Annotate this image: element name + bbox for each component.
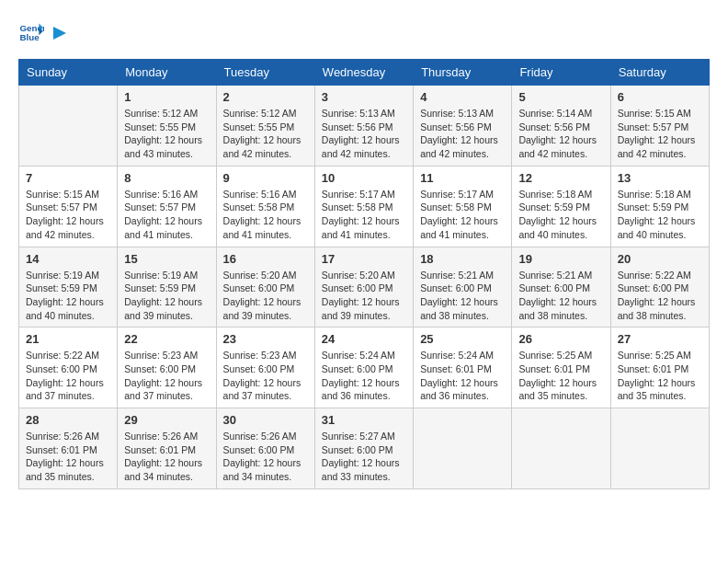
day-info: Sunrise: 5:12 AM Sunset: 5:55 PM Dayligh… [223, 107, 308, 161]
calendar-cell: 22Sunrise: 5:23 AM Sunset: 6:00 PM Dayli… [118, 327, 216, 408]
header-day-tuesday: Tuesday [216, 60, 314, 86]
svg-text:Blue: Blue [19, 32, 40, 42]
day-info: Sunrise: 5:18 AM Sunset: 5:59 PM Dayligh… [618, 188, 702, 242]
calendar-cell: 21Sunrise: 5:22 AM Sunset: 6:00 PM Dayli… [19, 327, 118, 408]
day-info: Sunrise: 5:14 AM Sunset: 5:56 PM Dayligh… [518, 107, 603, 161]
day-info: Sunrise: 5:25 AM Sunset: 6:01 PM Dayligh… [618, 349, 702, 403]
calendar-cell: 31Sunrise: 5:27 AM Sunset: 6:00 PM Dayli… [314, 408, 413, 489]
calendar-cell: 28Sunrise: 5:26 AM Sunset: 6:01 PM Dayli… [19, 408, 118, 489]
calendar-cell: 12Sunrise: 5:18 AM Sunset: 5:59 PM Dayli… [512, 166, 610, 247]
day-number: 18 [420, 252, 505, 266]
week-row-1: 1Sunrise: 5:12 AM Sunset: 5:55 PM Daylig… [19, 86, 710, 167]
calendar-header: SundayMondayTuesdayWednesdayThursdayFrid… [19, 60, 710, 86]
day-number: 4 [420, 90, 505, 104]
calendar-cell: 16Sunrise: 5:20 AM Sunset: 6:00 PM Dayli… [216, 247, 314, 327]
calendar-cell: 10Sunrise: 5:17 AM Sunset: 5:58 PM Dayli… [314, 166, 413, 247]
day-number: 6 [618, 90, 702, 104]
day-info: Sunrise: 5:15 AM Sunset: 5:57 PM Dayligh… [618, 107, 702, 161]
day-number: 12 [518, 171, 603, 185]
calendar-cell: 3Sunrise: 5:13 AM Sunset: 5:56 PM Daylig… [314, 86, 413, 167]
page-header: General Blue [18, 18, 710, 44]
calendar-cell: 6Sunrise: 5:15 AM Sunset: 5:57 PM Daylig… [610, 86, 709, 167]
day-info: Sunrise: 5:20 AM Sunset: 6:00 PM Dayligh… [322, 269, 406, 323]
day-number: 24 [322, 332, 406, 346]
week-row-3: 14Sunrise: 5:19 AM Sunset: 5:59 PM Dayli… [19, 247, 710, 327]
day-info: Sunrise: 5:13 AM Sunset: 5:56 PM Dayligh… [322, 107, 406, 161]
calendar-cell: 20Sunrise: 5:22 AM Sunset: 6:00 PM Dayli… [610, 247, 709, 327]
day-number: 27 [618, 332, 702, 346]
day-number: 17 [322, 252, 406, 266]
calendar-cell: 11Sunrise: 5:17 AM Sunset: 5:58 PM Dayli… [414, 166, 512, 247]
day-info: Sunrise: 5:27 AM Sunset: 6:00 PM Dayligh… [322, 430, 406, 484]
calendar-cell: 14Sunrise: 5:19 AM Sunset: 5:59 PM Dayli… [19, 247, 118, 327]
calendar-cell: 27Sunrise: 5:25 AM Sunset: 6:01 PM Dayli… [610, 327, 709, 408]
day-info: Sunrise: 5:19 AM Sunset: 5:59 PM Dayligh… [26, 269, 110, 323]
logo-arrow-icon [50, 23, 70, 43]
calendar-cell [610, 408, 709, 489]
week-row-2: 7Sunrise: 5:15 AM Sunset: 5:57 PM Daylig… [19, 166, 710, 247]
day-number: 26 [518, 332, 603, 346]
day-number: 2 [223, 90, 308, 104]
logo-icon: General Blue [18, 18, 44, 44]
day-info: Sunrise: 5:25 AM Sunset: 6:01 PM Dayligh… [518, 349, 603, 403]
day-number: 16 [223, 252, 308, 266]
day-info: Sunrise: 5:15 AM Sunset: 5:57 PM Dayligh… [26, 188, 110, 242]
day-info: Sunrise: 5:23 AM Sunset: 6:00 PM Dayligh… [124, 349, 209, 403]
day-number: 15 [124, 252, 209, 266]
header-day-monday: Monday [118, 60, 216, 86]
day-number: 8 [124, 171, 209, 185]
calendar-cell: 4Sunrise: 5:13 AM Sunset: 5:56 PM Daylig… [414, 86, 512, 167]
day-number: 29 [124, 413, 209, 427]
header-day-thursday: Thursday [414, 60, 512, 86]
calendar-cell: 24Sunrise: 5:24 AM Sunset: 6:00 PM Dayli… [314, 327, 413, 408]
day-info: Sunrise: 5:12 AM Sunset: 5:55 PM Dayligh… [124, 107, 209, 161]
calendar-cell: 25Sunrise: 5:24 AM Sunset: 6:01 PM Dayli… [414, 327, 512, 408]
day-info: Sunrise: 5:26 AM Sunset: 6:01 PM Dayligh… [124, 430, 209, 484]
day-number: 11 [420, 171, 505, 185]
day-info: Sunrise: 5:21 AM Sunset: 6:00 PM Dayligh… [420, 269, 505, 323]
day-number: 25 [420, 332, 505, 346]
calendar-cell: 8Sunrise: 5:16 AM Sunset: 5:57 PM Daylig… [118, 166, 216, 247]
calendar-cell [19, 86, 118, 167]
calendar-cell: 29Sunrise: 5:26 AM Sunset: 6:01 PM Dayli… [118, 408, 216, 489]
day-number: 22 [124, 332, 209, 346]
calendar-cell: 19Sunrise: 5:21 AM Sunset: 6:00 PM Dayli… [512, 247, 610, 327]
day-info: Sunrise: 5:23 AM Sunset: 6:00 PM Dayligh… [223, 349, 308, 403]
week-row-4: 21Sunrise: 5:22 AM Sunset: 6:00 PM Dayli… [19, 327, 710, 408]
calendar-cell: 18Sunrise: 5:21 AM Sunset: 6:00 PM Dayli… [414, 247, 512, 327]
day-info: Sunrise: 5:26 AM Sunset: 6:01 PM Dayligh… [26, 430, 110, 484]
day-number: 3 [322, 90, 406, 104]
day-info: Sunrise: 5:26 AM Sunset: 6:00 PM Dayligh… [223, 430, 308, 484]
header-day-wednesday: Wednesday [314, 60, 413, 86]
calendar-cell: 26Sunrise: 5:25 AM Sunset: 6:01 PM Dayli… [512, 327, 610, 408]
day-number: 13 [618, 171, 702, 185]
calendar-cell: 7Sunrise: 5:15 AM Sunset: 5:57 PM Daylig… [19, 166, 118, 247]
day-info: Sunrise: 5:20 AM Sunset: 6:00 PM Dayligh… [223, 269, 308, 323]
day-number: 14 [26, 252, 110, 266]
day-info: Sunrise: 5:22 AM Sunset: 6:00 PM Dayligh… [618, 269, 702, 323]
logo: General Blue [18, 18, 70, 44]
week-row-5: 28Sunrise: 5:26 AM Sunset: 6:01 PM Dayli… [19, 408, 710, 489]
day-number: 20 [618, 252, 702, 266]
calendar-cell: 15Sunrise: 5:19 AM Sunset: 5:59 PM Dayli… [118, 247, 216, 327]
calendar-cell: 17Sunrise: 5:20 AM Sunset: 6:00 PM Dayli… [314, 247, 413, 327]
day-number: 19 [518, 252, 603, 266]
calendar-cell: 30Sunrise: 5:26 AM Sunset: 6:00 PM Dayli… [216, 408, 314, 489]
day-info: Sunrise: 5:13 AM Sunset: 5:56 PM Dayligh… [420, 107, 505, 161]
day-number: 31 [322, 413, 406, 427]
header-row: SundayMondayTuesdayWednesdayThursdayFrid… [19, 60, 710, 86]
day-number: 30 [223, 413, 308, 427]
day-number: 28 [26, 413, 110, 427]
day-info: Sunrise: 5:16 AM Sunset: 5:58 PM Dayligh… [223, 188, 308, 242]
header-day-saturday: Saturday [610, 60, 709, 86]
calendar-cell: 1Sunrise: 5:12 AM Sunset: 5:55 PM Daylig… [118, 86, 216, 167]
day-info: Sunrise: 5:22 AM Sunset: 6:00 PM Dayligh… [26, 349, 110, 403]
day-info: Sunrise: 5:17 AM Sunset: 5:58 PM Dayligh… [420, 188, 505, 242]
calendar-cell: 13Sunrise: 5:18 AM Sunset: 5:59 PM Dayli… [610, 166, 709, 247]
day-info: Sunrise: 5:19 AM Sunset: 5:59 PM Dayligh… [124, 269, 209, 323]
calendar-cell: 2Sunrise: 5:12 AM Sunset: 5:55 PM Daylig… [216, 86, 314, 167]
day-info: Sunrise: 5:24 AM Sunset: 6:01 PM Dayligh… [420, 349, 505, 403]
header-day-friday: Friday [512, 60, 610, 86]
day-number: 21 [26, 332, 110, 346]
day-info: Sunrise: 5:16 AM Sunset: 5:57 PM Dayligh… [124, 188, 209, 242]
